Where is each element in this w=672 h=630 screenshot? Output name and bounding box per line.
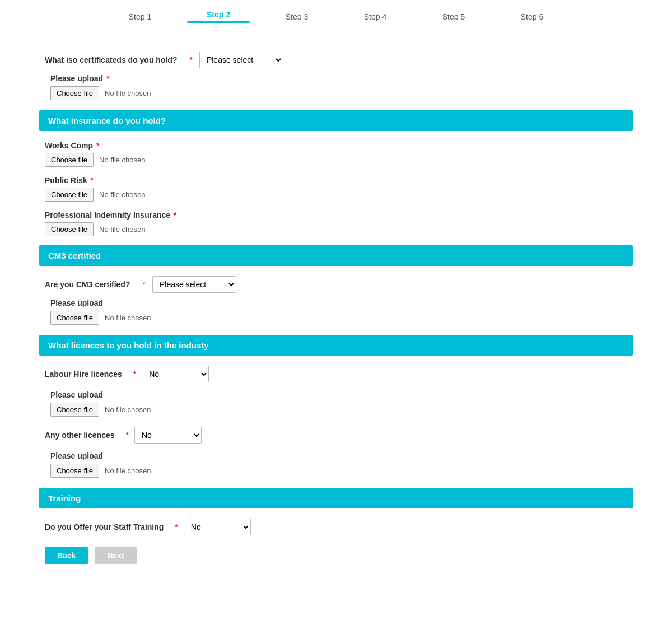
other-licences-star: * [126, 431, 129, 440]
cm3-file-button[interactable]: Choose file [50, 311, 99, 325]
professional-indemnity-file-button[interactable]: Choose file [45, 222, 94, 236]
other-licences-select[interactable]: No Yes [134, 427, 202, 444]
other-licences-row: Any other licences * No Yes [45, 427, 633, 444]
iso-required-star: * [189, 55, 192, 64]
cm3-upload-row: Choose file No file chosen [50, 311, 633, 325]
cm3-no-file-text: No file chosen [105, 314, 151, 322]
licences-section: Labour Hire licences * No Yes Please upl… [39, 366, 633, 478]
training-section: Do you Offer your Staff Training * No Ye… [39, 519, 633, 535]
labour-hire-upload-group: Please upload Choose file No file chosen [45, 390, 633, 417]
other-licences-upload-row: Choose file No file chosen [50, 464, 633, 478]
step-1[interactable]: Step 1 [101, 12, 179, 21]
cm3-question-row: Are you CM3 certified? * Please select Y… [45, 276, 633, 293]
step-5[interactable]: Step 5 [414, 12, 493, 21]
iso-question-row: What iso certificateds do you hold? * Pl… [45, 52, 633, 68]
iso-section: What iso certificateds do you hold? * Pl… [39, 46, 633, 100]
works-comp-upload-row: Choose file No file chosen [45, 153, 633, 167]
cm3-section: Are you CM3 certified? * Please select Y… [39, 276, 633, 325]
other-licences-upload-label: Please upload [50, 451, 633, 460]
stepper: Step 1 Step 2 Step 3 Step 4 Step 5 Step … [0, 0, 672, 29]
labour-hire-upload-row: Choose file No file chosen [50, 403, 633, 417]
step-4[interactable]: Step 4 [336, 12, 414, 21]
public-risk-item: Public Risk * Choose file No file chosen [45, 176, 633, 202]
public-risk-label: Public Risk * [45, 176, 633, 185]
iso-upload-row: Choose file No file chosen [50, 86, 633, 100]
nav-buttons: Back Next [39, 547, 633, 564]
training-required-star: * [175, 522, 178, 531]
iso-upload-star: * [106, 74, 109, 83]
other-licences-label: Any other licences [45, 431, 115, 440]
step-3[interactable]: Step 3 [258, 12, 336, 21]
iso-question-label: What iso certificateds do you hold? [45, 55, 177, 64]
step-6[interactable]: Step 6 [493, 12, 571, 21]
labour-hire-label: Labour Hire licences [45, 370, 122, 379]
labour-hire-select[interactable]: No Yes [142, 366, 209, 382]
labour-hire-star: * [133, 370, 136, 379]
iso-select[interactable]: Please select ISO 9001 ISO 14001 ISO 450… [199, 52, 283, 68]
iso-no-file-text: No file chosen [105, 89, 151, 97]
labour-hire-row: Labour Hire licences * No Yes [45, 366, 633, 382]
insurance-section-header: What insurance do you hold? [39, 110, 633, 131]
training-select[interactable]: No Yes [184, 519, 251, 535]
works-comp-item: Works Comp * Choose file No file chosen [45, 141, 633, 167]
professional-indemnity-no-file: No file chosen [99, 225, 145, 234]
professional-indemnity-label: Professional Indemnity Insurance * [45, 211, 633, 220]
cm3-upload-group: Please upload Choose file No file chosen [45, 298, 633, 325]
public-risk-file-button[interactable]: Choose file [45, 188, 94, 202]
cm3-question-label: Are you CM3 certified? [45, 280, 130, 289]
other-licences-no-file: No file chosen [105, 466, 151, 475]
back-button[interactable]: Back [45, 547, 88, 564]
licences-section-header: What licences to you hold in the industy [39, 335, 633, 356]
works-comp-file-button[interactable]: Choose file [45, 153, 94, 167]
training-question-label: Do you Offer your Staff Training [45, 522, 164, 531]
labour-hire-no-file: No file chosen [105, 405, 151, 414]
professional-indemnity-item: Professional Indemnity Insurance * Choos… [45, 211, 633, 236]
public-risk-star: * [90, 176, 93, 185]
cm3-section-header: CM3 certified [39, 245, 633, 266]
cm3-upload-label: Please upload [50, 298, 633, 307]
iso-upload-label: Please upload * [50, 74, 633, 83]
works-comp-star: * [96, 141, 99, 150]
cm3-required-star: * [142, 280, 145, 289]
form-container: What iso certificateds do you hold? * Pl… [28, 46, 644, 587]
labour-hire-file-button[interactable]: Choose file [50, 403, 99, 417]
next-button[interactable]: Next [95, 547, 136, 564]
iso-upload-group: Please upload * Choose file No file chos… [45, 74, 633, 100]
step-2[interactable]: Step 2 [179, 10, 258, 23]
iso-file-button[interactable]: Choose file [50, 86, 99, 100]
works-comp-label: Works Comp * [45, 141, 633, 150]
public-risk-no-file: No file chosen [99, 190, 145, 199]
labour-hire-upload-label: Please upload [50, 390, 633, 399]
training-section-header: Training [39, 488, 633, 508]
cm3-select[interactable]: Please select Yes No [152, 276, 236, 293]
training-question-row: Do you Offer your Staff Training * No Ye… [45, 519, 633, 535]
professional-indemnity-upload-row: Choose file No file chosen [45, 222, 633, 236]
professional-indemnity-star: * [174, 211, 176, 220]
other-licences-upload-group: Please upload Choose file No file chosen [45, 451, 633, 478]
works-comp-no-file: No file chosen [99, 156, 145, 164]
insurance-section: Works Comp * Choose file No file chosen … [39, 141, 633, 236]
other-licences-file-button[interactable]: Choose file [50, 464, 99, 478]
public-risk-upload-row: Choose file No file chosen [45, 188, 633, 202]
